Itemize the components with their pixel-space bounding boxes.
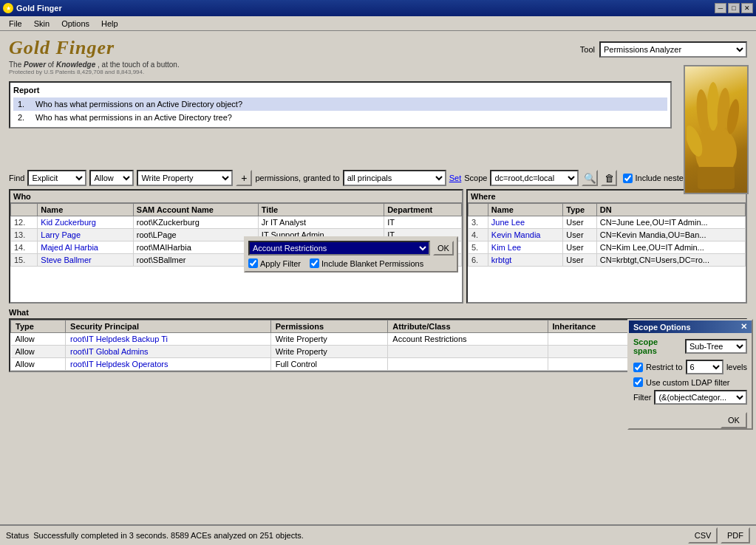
report-title: Report: [13, 86, 667, 95]
restrict-checkbox[interactable]: [633, 363, 643, 372]
where-table-wrapper[interactable]: Name Type DN 3. June Lee User CN=June Le…: [468, 203, 746, 299]
restrict-levels-select[interactable]: 6123: [686, 360, 723, 374]
nested-check[interactable]: Include nested: [623, 174, 688, 183]
filter-checkboxes: Apply Filter Include Blanket Permissions: [248, 258, 454, 268]
what-principal-3: root\IT Helpdesk Operators: [66, 358, 271, 371]
nested-label: Include nested: [635, 174, 688, 182]
custom-ldap-checkbox[interactable]: [633, 377, 643, 387]
table-row[interactable]: 5. Kim Lee User CN=Kim Lee,OU=IT Admin..…: [469, 241, 746, 254]
main-content: Gold Finger The Power of Knowledge , at …: [0, 31, 756, 545]
who-col-sam[interactable]: SAM Account Name: [133, 204, 258, 216]
scope-spans-row: Scope spans Sub-TreeBase ObjectOne Level: [633, 337, 747, 355]
title-bar-left: ★ Gold Finger: [3, 3, 62, 13]
where-row-dn: CN=krbtgt,CN=Users,DC=ro...: [596, 254, 745, 267]
set-link[interactable]: Set: [449, 174, 462, 182]
subtitle-mid: of: [48, 61, 56, 69]
subtitle-power: Power: [24, 61, 46, 69]
scope-spans-select[interactable]: Sub-TreeBase ObjectOne Level: [685, 339, 747, 354]
filter-value-select[interactable]: (&(objectCategor...: [654, 390, 747, 405]
what-type-2: Allow: [11, 346, 66, 358]
status-left: Status Successfully completed in 3 secon…: [6, 531, 304, 540]
where-col-name[interactable]: Name: [488, 204, 563, 216]
status-buttons: CSV PDF: [688, 527, 750, 544]
scope-ok-button[interactable]: OK: [721, 412, 747, 428]
menu-bar: File Skin Options Help: [0, 16, 756, 31]
subtitle-prefix: The: [9, 61, 24, 69]
scope-spans-label: Scope spans: [633, 337, 682, 355]
who-col-dept[interactable]: Department: [384, 204, 462, 216]
find-bar: Find ExplicitAllInherited AllowDenyAll W…: [9, 170, 747, 186]
find-perm-select[interactable]: Write PropertyFull ControlRead Property: [137, 170, 233, 186]
add-filter-button[interactable]: +: [236, 170, 252, 186]
find-principal-select[interactable]: all principalsselected principals: [343, 170, 446, 186]
what-col-attr[interactable]: Attribute/Class: [388, 321, 548, 333]
scope-options-close-button[interactable]: ✕: [740, 322, 747, 332]
who-col-name[interactable]: Name: [38, 204, 134, 216]
what-col-perm[interactable]: Permissions: [270, 321, 388, 333]
who-row-num: 14.: [11, 241, 38, 254]
csv-button[interactable]: CSV: [688, 527, 718, 544]
hand-image: [684, 65, 749, 194]
where-col-type[interactable]: Type: [563, 204, 596, 216]
find-bar-container: Find ExplicitAllInherited AllowDenyAll W…: [3, 167, 753, 189]
maximize-button[interactable]: □: [728, 3, 740, 13]
menu-help[interactable]: Help: [95, 18, 124, 30]
close-button[interactable]: ✕: [741, 3, 753, 13]
subtitle-suffix: , at the touch of a button.: [98, 61, 180, 69]
find-type-select[interactable]: ExplicitAllInherited: [27, 170, 86, 186]
status-text: Successfully completed in 3 seconds. 858…: [33, 531, 304, 540]
search-button[interactable]: 🔍: [582, 170, 598, 186]
where-col-num[interactable]: [469, 204, 488, 216]
filter-label: Filter: [633, 393, 651, 402]
table-row[interactable]: 3. June Lee User CN=June Lee,OU=IT Admin…: [469, 216, 746, 229]
apply-filter-check[interactable]: Apply Filter: [248, 258, 301, 268]
tool-label: Tool: [580, 45, 595, 54]
who-row-name: Larry Page: [38, 229, 134, 241]
scope-options-title: Scope Options: [633, 323, 691, 332]
apply-filter-checkbox[interactable]: [248, 258, 258, 268]
hand-svg: [687, 71, 746, 189]
find-allow-select[interactable]: AllowDenyAll: [89, 170, 134, 186]
who-row-num: 15.: [11, 254, 38, 267]
report-item-1[interactable]: 1. Who has what permissions on an Active…: [13, 97, 667, 111]
table-row[interactable]: 12. Kid Zuckerburg root\KZuckerburg Jr I…: [11, 216, 462, 229]
where-row-name: krbtgt: [488, 254, 563, 267]
pdf-button[interactable]: PDF: [721, 527, 750, 544]
filter-account-select[interactable]: Account Restrictions: [248, 241, 430, 256]
menu-file[interactable]: File: [3, 18, 28, 30]
scope-label: Scope: [464, 174, 487, 182]
who-col-title[interactable]: Title: [258, 204, 384, 216]
where-row-num: 6.: [469, 254, 488, 267]
what-perm-2: Write Property: [270, 346, 388, 358]
tool-area: Tool Permissions Analyzer Delegation Wiz…: [580, 41, 747, 58]
who-col-num[interactable]: [11, 204, 38, 216]
who-row-name: Majed Al Harbia: [38, 241, 134, 254]
custom-ldap-row: Use custom LDAP filter: [633, 377, 747, 387]
blanket-perm-label: Include Blanket Permissions: [321, 259, 423, 268]
where-row-name: June Lee: [488, 216, 563, 229]
menu-options[interactable]: Options: [55, 18, 95, 30]
what-col-type[interactable]: Type: [11, 321, 66, 333]
report-text-2: Who has what permissions in an Active Di…: [35, 113, 232, 122]
blanket-perm-checkbox[interactable]: [310, 258, 319, 268]
status-label: Status: [6, 531, 29, 540]
status-bar: Status Successfully completed in 3 secon…: [0, 524, 756, 545]
table-row[interactable]: 6. krbtgt User CN=krbtgt,CN=Users,DC=ro.…: [469, 254, 746, 267]
minimize-button[interactable]: ─: [715, 3, 726, 13]
where-row-type: User: [563, 216, 596, 229]
report-item-2[interactable]: 2. Who has what permissions in an Active…: [13, 111, 667, 124]
blanket-perm-check[interactable]: Include Blanket Permissions: [310, 258, 423, 268]
where-row-type: User: [563, 254, 596, 267]
scope-select[interactable]: dc=root,dc=localdc=corp,dc=local: [490, 170, 579, 186]
tool-select[interactable]: Permissions Analyzer Delegation Wizard P…: [599, 41, 747, 58]
app-subtitle: The Power of Knowledge , at the touch of…: [9, 61, 180, 69]
clear-button[interactable]: 🗑: [601, 170, 617, 186]
where-col-dn[interactable]: DN: [596, 204, 745, 216]
what-col-principal[interactable]: Security Principal: [66, 321, 271, 333]
what-attr-2: [388, 346, 548, 358]
set-container: Set: [449, 174, 462, 182]
filter-ok-button[interactable]: OK: [433, 241, 454, 256]
nested-checkbox[interactable]: [623, 174, 633, 183]
menu-skin[interactable]: Skin: [28, 18, 55, 30]
table-row[interactable]: 4. Kevin Mandia User CN=Kevin Mandia,OU=…: [469, 229, 746, 241]
